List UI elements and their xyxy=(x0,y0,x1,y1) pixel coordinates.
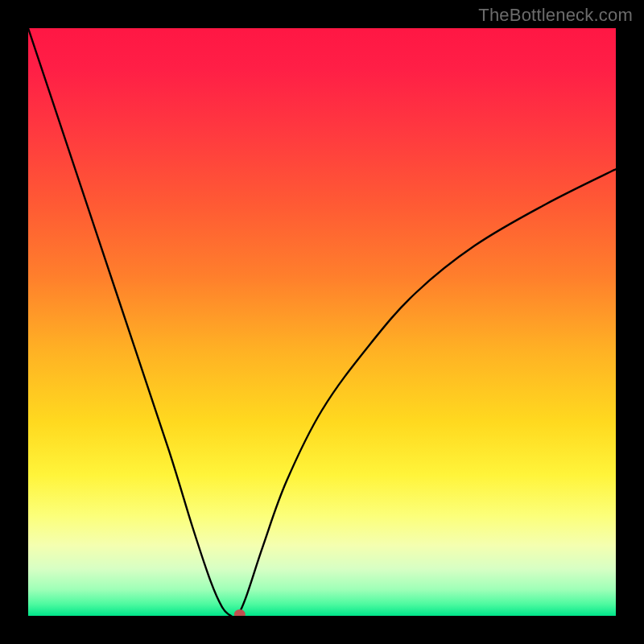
plot-area xyxy=(28,28,616,616)
gradient-background xyxy=(28,28,616,616)
chart-frame: TheBottleneck.com xyxy=(0,0,644,644)
chart-svg xyxy=(28,28,616,616)
watermark-text: TheBottleneck.com xyxy=(478,5,633,26)
